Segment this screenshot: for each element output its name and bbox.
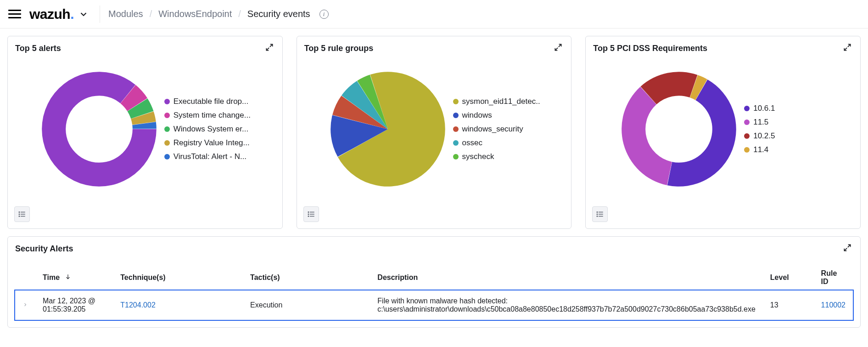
legend-label: 10.6.1 [753,104,775,113]
svg-point-11 [308,216,309,217]
legend-swatch [744,106,750,111]
logo[interactable]: wazuh. [29,6,91,22]
legend-swatch [164,99,170,104]
donut-chart-alerts [39,69,159,189]
legend-item[interactable]: sysmon_eid11_detec... [453,97,540,106]
logo-dot-icon: . [70,6,74,22]
legend-swatch [453,126,459,132]
expand-icon[interactable] [843,43,852,52]
rule-id-link[interactable]: 110002 [821,301,846,309]
legend-label: Executable file drop... [174,97,248,106]
menu-hamburger-icon[interactable] [8,8,21,21]
legend-item[interactable]: System time change... [164,111,251,120]
legend-label: sysmon_eid11_detec... [462,97,540,106]
chart-slice[interactable] [622,87,672,185]
list-view-icon[interactable] [14,206,30,222]
svg-point-16 [597,214,598,215]
legend-swatch [453,140,459,146]
cell-description: File with known malware hash detected: c… [370,290,762,320]
legend-swatch [164,140,170,146]
legend-label: 10.2.5 [753,131,775,141]
legend-rule-groups: sysmon_eid11_detec...windowswindows_secu… [453,97,540,161]
legend-label: 11.5 [753,118,768,127]
chevron-down-icon[interactable] [78,9,89,19]
legend-label: System time change... [174,111,251,120]
breadcrumb: Modules / WindowsEndpoint / Security eve… [108,9,329,19]
expand-icon[interactable] [265,43,274,52]
breadcrumb-sep: / [238,9,241,19]
panel-title: Top 5 alerts [15,44,275,53]
legend-item[interactable]: 10.2.5 [744,131,827,141]
svg-point-15 [597,212,598,213]
legend-label: VirusTotal: Alert - N... [174,152,246,161]
breadcrumb-sep: / [150,9,152,19]
cell-level: 13 [763,290,814,320]
svg-point-4 [19,214,20,215]
legend-item[interactable]: 10.6.1 [744,104,827,113]
col-rule-id[interactable]: Rule ID [814,265,853,290]
svg-point-17 [597,216,598,217]
breadcrumb-endpoint[interactable]: WindowsEndpoint [158,9,232,19]
legend-swatch [744,147,750,153]
legend-item[interactable]: 11.5 [744,118,827,127]
legend-label: syscheck [462,152,494,161]
legend-swatch [453,113,459,118]
cell-rule-id: 110002 [814,290,853,320]
legend-swatch [453,99,459,104]
breadcrumb-current: Security events [247,9,310,19]
panel-top5-rule-groups: Top 5 rule groups sysmon_eid11_detec...w… [297,36,572,229]
col-description[interactable]: Description [370,265,762,290]
info-icon[interactable]: i [319,10,329,19]
legend-item[interactable]: windows_security [453,125,540,134]
panel-top5-pcidss: Top 5 PCI DSS Requirements 10.6.111.510.… [585,36,861,229]
legend-label: windows_security [462,125,523,134]
expand-icon[interactable] [843,243,852,252]
col-level[interactable]: Level [763,265,814,290]
svg-point-3 [19,212,20,213]
legend-swatch [744,133,750,139]
legend-label: ossec [462,138,482,148]
legend-swatch [164,154,170,159]
legend-swatch [744,119,750,125]
legend-pci: 10.6.111.510.2.511.4 [744,104,827,154]
legend-swatch [164,113,170,118]
cell-technique: T1204.002 [113,290,243,320]
col-technique[interactable]: Technique(s) [113,265,243,290]
panel-title: Top 5 PCI DSS Requirements [593,44,853,53]
legend-alerts: Executable file drop...System time chang… [164,97,251,161]
alerts-title: Security Alerts [15,244,853,254]
alerts-table: Time Technique(s) Tactic(s) Description … [15,265,853,320]
cell-time: Mar 12, 2023 @ 01:55:39.205 [35,290,113,320]
alerts-tbody: Mar 12, 2023 @ 01:55:39.205 T1204.002 Ex… [15,290,853,320]
donut-chart-pci [619,69,739,189]
svg-point-10 [308,214,309,215]
breadcrumb-modules[interactable]: Modules [108,9,143,19]
legend-label: 11.4 [753,145,768,154]
legend-item[interactable]: syscheck [453,152,540,161]
list-view-icon[interactable] [592,206,608,222]
expand-icon[interactable] [554,43,563,52]
legend-item[interactable]: ossec [453,138,540,148]
panel-security-alerts: Security Alerts Time Technique(s) Tactic… [7,236,861,328]
legend-item[interactable]: VirusTotal: Alert - N... [164,152,251,161]
legend-label: windows [462,111,492,120]
table-row[interactable]: Mar 12, 2023 @ 01:55:39.205 T1204.002 Ex… [15,290,853,320]
legend-label: Registry Value Integ... [174,138,250,148]
list-view-icon[interactable] [303,206,319,222]
row-expand-icon[interactable] [15,290,35,320]
chart-panels: Top 5 alerts Executable file drop...Syst… [0,28,868,236]
svg-point-5 [19,216,20,217]
legend-item[interactable]: Registry Value Integ... [164,138,251,148]
col-tactic[interactable]: Tactic(s) [243,265,370,290]
cell-tactic: Execution [243,290,370,320]
svg-point-9 [308,212,309,213]
legend-label: Windows System er... [174,125,248,134]
col-time[interactable]: Time [35,265,113,290]
technique-link[interactable]: T1204.002 [120,301,156,309]
legend-item[interactable]: windows [453,111,540,120]
legend-item[interactable]: 11.4 [744,145,827,154]
legend-item[interactable]: Executable file drop... [164,97,251,106]
panel-title: Top 5 rule groups [304,44,564,53]
legend-item[interactable]: Windows System er... [164,125,251,134]
col-time-label: Time [43,273,60,281]
